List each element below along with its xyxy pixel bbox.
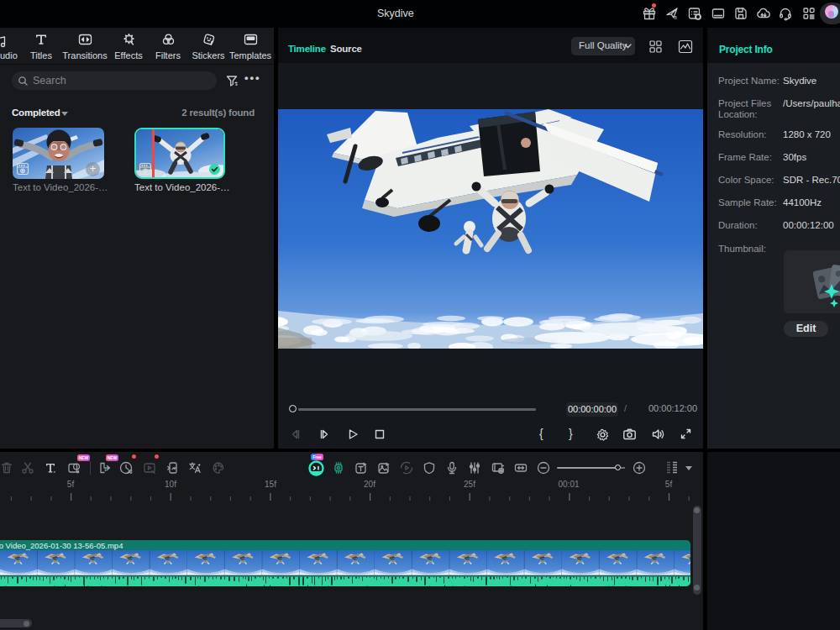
- svg-text:8: 8: [675, 15, 678, 20]
